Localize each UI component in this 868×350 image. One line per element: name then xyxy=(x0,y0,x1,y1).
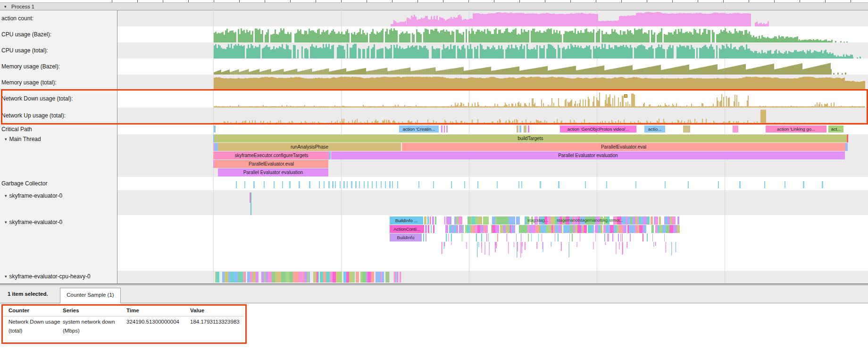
flame-bar[interactable] xyxy=(847,134,848,142)
cell-counter-line2: (total) xyxy=(8,328,22,333)
cell-time: 324190.51300000004 xyxy=(126,319,179,325)
critical-path-block[interactable] xyxy=(214,125,216,133)
flame-bar[interactable]: buildTargets xyxy=(214,134,847,142)
col-header-counter: Counter xyxy=(8,308,29,313)
selected-counter-sample-marker[interactable] xyxy=(624,94,627,98)
flame-bar-label: runAnalysisPhase xyxy=(291,143,328,151)
critical-path-block-label: act... xyxy=(831,125,841,133)
critical-path-block[interactable] xyxy=(441,125,442,133)
skyframe-slice-sliver[interactable] xyxy=(427,217,429,225)
skyframe-slice-block[interactable]: ActionConti... xyxy=(390,225,424,233)
critical-path-block[interactable]: action 'Linking go... xyxy=(766,125,826,133)
critical-path-block[interactable] xyxy=(683,125,690,133)
critical-path-block[interactable]: act... xyxy=(828,125,843,133)
flame-bar[interactable] xyxy=(329,151,331,159)
skyframe-slice-sliver[interactable] xyxy=(430,217,431,225)
trace-viewer: { "process_header": {"collapse_icon": "▾… xyxy=(0,0,868,350)
critical-path-block[interactable]: action 'Creatin... xyxy=(399,125,439,133)
critical-path-block-label: action 'Creatin... xyxy=(403,125,435,133)
table-header-divider xyxy=(2,316,243,317)
flame-bar[interactable]: skyframeExecutor.configureTargets xyxy=(214,151,329,159)
skyframe-slice-block-label: BuildInfo ... xyxy=(395,217,418,225)
col-header-value: Value xyxy=(190,308,204,313)
col-header-series: Series xyxy=(63,308,79,313)
skyframe-slice-sliver[interactable] xyxy=(435,217,436,225)
skyframe-slice-sliver[interactable] xyxy=(426,233,426,242)
flame-bar[interactable]: runAnalysisPhase xyxy=(218,143,401,151)
tab-counter-sample[interactable]: Counter Sample (1) xyxy=(60,288,121,303)
critical-path-block[interactable] xyxy=(528,125,529,133)
skyframe-green-label: stagemanotstagemanotskg.remot... xyxy=(557,218,636,224)
critical-path-block[interactable] xyxy=(733,125,738,133)
critical-path-block[interactable] xyxy=(519,125,521,133)
selection-status: 1 item selected. xyxy=(8,291,48,297)
flame-bar[interactable] xyxy=(845,143,848,151)
skyframe-slice-sliver[interactable] xyxy=(431,225,432,233)
flame-bar-label: Parallel Evaluator evaluation xyxy=(243,168,303,176)
critical-path-block-label: action 'GenObjcProtos video/... xyxy=(568,125,629,133)
flame-bar[interactable]: ParallelEvaluator.eval xyxy=(214,160,328,168)
flame-bar[interactable]: Parallel Evaluator evaluation xyxy=(331,151,845,159)
skyframe-slice-block-label: BuildInfo xyxy=(397,233,415,242)
flame-bar[interactable] xyxy=(214,143,218,151)
critical-path-block[interactable] xyxy=(524,125,526,133)
flame-bar-label: buildTargets xyxy=(518,134,543,142)
critical-path-block[interactable]: actio... xyxy=(644,125,665,133)
critical-path-block-label: actio... xyxy=(648,125,661,133)
skyframe-slice-sliver[interactable] xyxy=(428,225,429,233)
skyframe-slice-sliver[interactable] xyxy=(423,233,424,242)
cell-series-line2: (Mbps) xyxy=(63,328,80,333)
critical-path-block[interactable] xyxy=(446,125,448,133)
skyframe-slice-sliver[interactable] xyxy=(424,217,426,225)
critical-path-block-label: action 'Linking go... xyxy=(777,125,815,133)
critical-path-block[interactable] xyxy=(444,125,445,133)
skyframe-slice-sliver[interactable] xyxy=(432,217,434,225)
skyframe-slice-sliver[interactable] xyxy=(425,225,427,233)
flame-bar-label: ParallelEvaluator.eval xyxy=(249,160,294,168)
cell-counter-line1: Network Down usage xyxy=(8,319,60,325)
skyframe-slice-sliver[interactable] xyxy=(433,225,434,233)
flame-bar-label: skyframeExecutor.configureTargets xyxy=(234,151,308,159)
flame-bar[interactable]: Parallel Evaluator evaluation xyxy=(218,168,328,176)
critical-path-block[interactable] xyxy=(517,125,518,133)
col-header-time: Time xyxy=(126,308,139,313)
critical-path-block[interactable]: action 'GenObjcProtos video/... xyxy=(560,125,636,133)
counter-sample-table: Counter Series Time Value Network Down u… xyxy=(0,303,868,350)
cell-value: 184.1793113323983 xyxy=(190,319,240,325)
tab-counter-sample-label: Counter Sample (1) xyxy=(67,292,114,298)
skyframe-green-label: stag:stag... xyxy=(527,218,555,224)
cell-series-line1: system network down xyxy=(63,319,115,325)
detail-tab-bar: 1 item selected. xyxy=(0,286,868,303)
skyframe-slice-block[interactable]: BuildInfo ... xyxy=(390,217,423,225)
skyframe-slice-block-label: ActionConti... xyxy=(393,225,420,233)
flame-bar-label: Parallel Evaluator evaluation xyxy=(558,151,618,159)
flame-bar-label: ParallelEvaluator.eval xyxy=(601,143,646,151)
skyframe-slice-block[interactable]: BuildInfo xyxy=(390,233,422,242)
flame-bar[interactable]: ParallelEvaluator.eval xyxy=(402,143,845,151)
